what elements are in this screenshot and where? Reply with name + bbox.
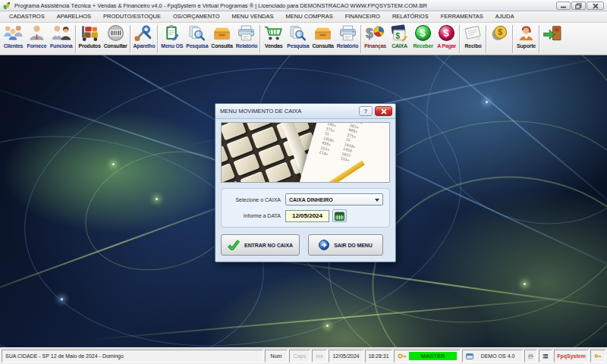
toolbar-button-receber[interactable]: $ Receber <box>411 24 435 55</box>
status-network[interactable] <box>539 350 552 362</box>
toolbar-button-label: Consultar <box>104 42 127 49</box>
toolbar-separator <box>157 25 159 53</box>
toolbar-button-label: Funciona <box>50 42 73 49</box>
menu-item-aparelhos[interactable]: APARELHOS <box>51 11 97 22</box>
document-search-icon <box>187 24 207 42</box>
menu-item-relatorios[interactable]: RELATÓRIOS <box>386 11 435 22</box>
menu-bar: CADASTROS APARELHOS PRODUTO/ESTOQUE OS/O… <box>0 11 607 23</box>
key-icon <box>594 353 602 359</box>
toolbar-separator <box>512 25 514 53</box>
calendar-button[interactable] <box>332 209 347 222</box>
toolbar-separator <box>360 25 362 53</box>
fields-groupbox: Selecione o CAIXA CAIXA DINHEIRO Informe… <box>221 188 390 228</box>
toolbar-button-label: Recibo <box>464 42 481 49</box>
app-icon <box>3 2 11 10</box>
toolbar-button-pesquisa-os[interactable]: Pesquisa <box>184 24 209 55</box>
check-icon <box>228 240 240 250</box>
desktop-wallpaper: MENU MOVIMENTO DE CAIXA ? <box>0 55 607 347</box>
toolbar-separator <box>259 25 261 53</box>
toolbar-button-recibo[interactable]: Recibo <box>461 24 485 55</box>
status-user-badge: MASTER <box>409 352 457 360</box>
toolbar-button-label: Suporte <box>517 42 536 49</box>
toolbar-button-consulta-os[interactable]: Consulta <box>209 24 234 55</box>
menu-item-produto-estoque[interactable]: PRODUTO/ESTOQUE <box>97 11 167 22</box>
glow-dot <box>112 163 115 165</box>
dialog-menu-movimento-caixa: MENU MOVIMENTO DE CAIXA ? <box>215 103 396 262</box>
status-printer[interactable] <box>524 350 537 362</box>
toolbar-button-sair[interactable] <box>541 24 565 55</box>
toolbar-button-label: CAIXA <box>392 42 407 49</box>
support-agent-icon <box>516 24 536 42</box>
menu-item-cadastros[interactable]: CADASTROS <box>3 11 51 22</box>
date-field-label: Informe a DATA <box>228 213 281 218</box>
toolbar-button-produtos[interactable]: Produtos <box>77 24 102 55</box>
menu-item-ferramentas[interactable]: FERRAMENTAS <box>435 11 489 22</box>
date-input[interactable]: 12/05/2024 <box>285 210 329 222</box>
toolbar-button-consultar-produtos[interactable]: Consultar <box>102 24 129 55</box>
toolbar-button-a-pagar[interactable]: $ A Pagar <box>435 24 458 55</box>
dialog-title-bar[interactable]: MENU MOVIMENTO DE CAIXA ? <box>215 104 395 119</box>
toolbar-button-label: Finanças <box>364 42 386 49</box>
toolbar-button-caixa[interactable]: $ CAIXA <box>388 24 411 55</box>
dialog-close-button[interactable] <box>375 106 392 116</box>
glow-dot <box>524 283 526 285</box>
toolbar-button-pesquisa-vendas[interactable]: Pesquisa <box>285 24 310 55</box>
app-window: Programa Assistência Técnica + Vendas & … <box>0 0 607 364</box>
window-title: Programa Assistência Técnica + Vendas & … <box>14 2 427 9</box>
exit-door-icon <box>543 24 563 42</box>
drawer-icon <box>212 24 232 42</box>
toolbar-button-aparelho[interactable]: Aparelho <box>132 24 157 55</box>
svg-text:$: $ <box>498 28 502 36</box>
toolbar-button-consulta-vendas[interactable]: Consulta <box>310 24 335 55</box>
cash-book-icon: $ <box>389 24 410 42</box>
caixa-select[interactable]: CAIXA DINHEIRO <box>285 193 383 206</box>
drawer-icon <box>313 24 333 42</box>
receipt-icon <box>463 24 483 42</box>
status-time: 18:28:31 <box>365 350 392 362</box>
menu-item-menu-compras[interactable]: MENU COMPRAS <box>280 11 339 22</box>
toolbar-button-clientes[interactable]: Clientes <box>2 24 25 55</box>
toolbar-button-label: Relatório <box>236 42 258 49</box>
status-bar: SUA CIDADE - SP 12 de Maio de 2024 - Dom… <box>0 347 607 364</box>
tools-icon <box>134 24 154 42</box>
products-cart-icon <box>80 24 100 42</box>
toolbar-button-menu-os[interactable]: Menu OS <box>159 24 184 55</box>
enter-caixa-button[interactable]: ENTRAR NO CAIXA <box>221 234 300 256</box>
menu-item-financeiro[interactable]: FINANCEIRO <box>339 11 386 22</box>
toolbar-separator <box>75 25 77 53</box>
toolbar-button-funcionario[interactable]: Funciona <box>49 24 74 55</box>
sair-menu-button[interactable]: SAIR DO MENU <box>308 234 383 256</box>
toolbar-button-relatorio-os[interactable]: Relatório <box>234 24 259 55</box>
barcode-icon <box>105 24 126 42</box>
toolbar-button-relatorio-vendas[interactable]: Relatório <box>335 24 360 55</box>
toolbar-button-label: Pesquisa <box>287 42 309 49</box>
menu-item-ajuda[interactable]: AJUDA <box>489 11 521 22</box>
status-key[interactable] <box>590 350 605 362</box>
menu-item-menu-vendas[interactable]: MENU VENDAS <box>226 11 280 22</box>
close-button[interactable] <box>587 2 604 10</box>
toolbar-button-label: Clientes <box>4 42 24 49</box>
toolbar-button-moeda[interactable]: $ <box>488 24 511 55</box>
toolbar-button-suporte[interactable]: Suporte <box>514 24 538 55</box>
maximize-button[interactable] <box>571 2 586 10</box>
svg-text:$: $ <box>395 32 400 40</box>
status-date: 12/05/2024 <box>329 350 363 362</box>
toolbar-separator <box>459 25 461 53</box>
clients-icon <box>3 24 24 42</box>
cash-photo: 4.85+ 2.65+ 145+ 375+ 15 1450+ 456+ 155+… <box>221 122 390 183</box>
dialog-actions: ENTRAR NO CAIXA SAIR DO MENU <box>221 234 390 256</box>
toolbar-button-financas[interactable]: $ Finanças <box>363 24 388 55</box>
svg-text:$: $ <box>443 27 449 39</box>
arrow-right-icon <box>319 240 329 250</box>
dialog-help-button[interactable]: ? <box>359 106 373 116</box>
toolbar-button-fornecedor[interactable]: Fornece <box>25 24 49 55</box>
menu-item-os-orcamento[interactable]: OS/ORÇAMENTO <box>167 11 226 22</box>
toolbar-button-vendas[interactable]: Vendas <box>262 24 285 55</box>
toolbar-button-label: Receber <box>413 42 432 49</box>
toolbar-button-label: Consulta <box>211 42 232 49</box>
printer-icon <box>236 24 256 42</box>
key-icon <box>398 353 407 359</box>
supplier-icon <box>27 24 47 42</box>
title-bar: Programa Assistência Técnica + Vendas & … <box>0 0 607 11</box>
minimize-button[interactable] <box>556 2 571 10</box>
